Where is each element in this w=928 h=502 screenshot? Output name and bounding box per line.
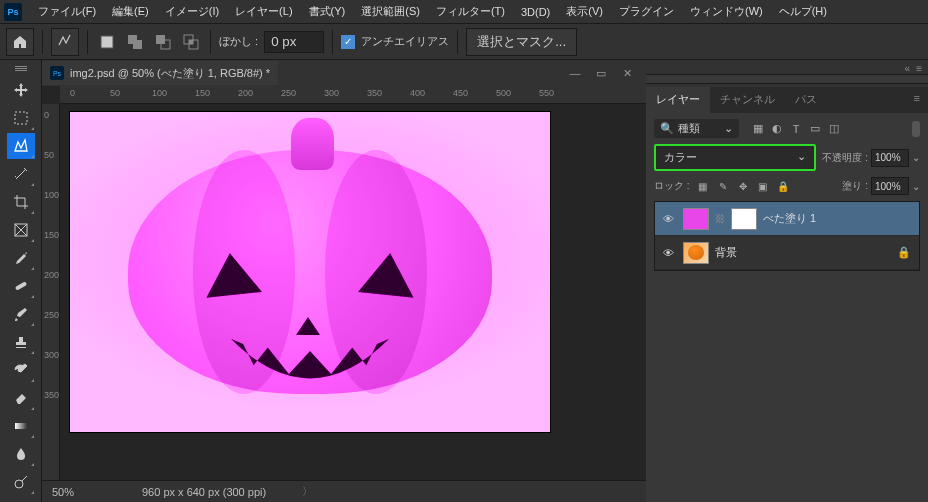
search-icon: 🔍: [660, 122, 674, 135]
panel-top-grip[interactable]: «≡: [646, 60, 928, 74]
layer-row[interactable]: 👁 背景 🔒: [655, 236, 919, 270]
lock-artboard-icon[interactable]: ▣: [755, 178, 771, 194]
status-chevron-icon[interactable]: 〉: [302, 484, 313, 499]
tab-paths[interactable]: パス: [785, 87, 827, 113]
move-icon: [13, 82, 29, 98]
panel-grip[interactable]: [15, 66, 27, 71]
layer-thumbnail[interactable]: [683, 242, 709, 264]
lock-position-icon[interactable]: ✥: [735, 178, 751, 194]
chevron-down-icon[interactable]: ⌄: [912, 181, 920, 192]
tool-preset[interactable]: [51, 28, 79, 56]
home-button[interactable]: [6, 28, 34, 56]
chevron-down-icon[interactable]: ⌄: [912, 152, 920, 163]
layer-thumbnail[interactable]: [683, 208, 709, 230]
poly-lasso-icon: [13, 138, 29, 154]
selection-new-icon: [99, 34, 115, 50]
home-icon: [12, 34, 28, 50]
canvas-viewport[interactable]: [60, 104, 646, 480]
lock-pixels-icon[interactable]: ✎: [715, 178, 731, 194]
mask-thumbnail[interactable]: [731, 208, 757, 230]
dodge-tool[interactable]: [7, 469, 35, 495]
lock-transparent-icon[interactable]: ▦: [695, 178, 711, 194]
menu-filter[interactable]: フィルター(T): [428, 1, 513, 22]
visibility-toggle[interactable]: 👁: [659, 213, 677, 225]
marquee-icon: [13, 110, 29, 126]
menu-plugin[interactable]: プラグイン: [611, 1, 682, 22]
antialias-checkbox[interactable]: ✓: [341, 35, 355, 49]
healing-tool[interactable]: [7, 273, 35, 299]
bandaid-icon: [13, 278, 29, 294]
crop-tool[interactable]: [7, 189, 35, 215]
filter-adjust-icon[interactable]: ◐: [770, 122, 784, 136]
filter-smart-icon[interactable]: ◫: [827, 122, 841, 136]
zoom-level[interactable]: 50%: [52, 486, 112, 498]
move-tool[interactable]: [7, 77, 35, 103]
select-and-mask-button[interactable]: 選択とマスク...: [466, 28, 577, 56]
visibility-toggle[interactable]: 👁: [659, 247, 677, 259]
menu-help[interactable]: ヘルプ(H): [771, 1, 835, 22]
menu-3d[interactable]: 3D(D): [513, 3, 558, 21]
svg-rect-11: [15, 423, 27, 429]
eraser-icon: [13, 390, 29, 406]
window-maximize[interactable]: ▭: [594, 67, 608, 80]
document-tab[interactable]: Ps img2.psd @ 50% (べた塗り 1, RGB/8#) *: [42, 61, 278, 85]
crop-icon: [13, 194, 29, 210]
menu-select[interactable]: 選択範囲(S): [353, 1, 428, 22]
menu-file[interactable]: ファイル(F): [30, 1, 104, 22]
lock-label: ロック :: [654, 179, 690, 193]
lock-indicator-icon: 🔒: [897, 246, 911, 259]
opacity-input[interactable]: [871, 149, 909, 167]
eyedropper-tool[interactable]: [7, 245, 35, 271]
tab-channels[interactable]: チャンネル: [710, 87, 785, 113]
magic-wand-tool[interactable]: [7, 161, 35, 187]
layer-filter-kind[interactable]: 🔍 種類 ⌄: [654, 119, 739, 138]
eraser-tool[interactable]: [7, 385, 35, 411]
svg-rect-8: [15, 112, 27, 124]
blur-tool[interactable]: [7, 441, 35, 467]
stamp-tool[interactable]: [7, 329, 35, 355]
tab-layers[interactable]: レイヤー: [646, 87, 710, 113]
window-minimize[interactable]: —: [568, 67, 582, 80]
link-icon: ⛓: [715, 213, 725, 224]
layer-name[interactable]: べた塗り 1: [763, 211, 915, 226]
frame-tool[interactable]: [7, 217, 35, 243]
layer-row[interactable]: 👁 ⛓ べた塗り 1: [655, 202, 919, 236]
history-brush-icon: [13, 362, 29, 378]
panel-menu-button[interactable]: ≡: [906, 87, 928, 113]
marquee-tool[interactable]: [7, 105, 35, 131]
filter-pixel-icon[interactable]: ▦: [751, 122, 765, 136]
selection-new[interactable]: [96, 31, 118, 53]
filter-toggle[interactable]: [912, 121, 920, 137]
filter-shape-icon[interactable]: ▭: [808, 122, 822, 136]
selection-subtract[interactable]: [152, 31, 174, 53]
menu-view[interactable]: 表示(V): [558, 1, 611, 22]
history-brush-tool[interactable]: [7, 357, 35, 383]
blend-mode-select[interactable]: カラー ⌄: [654, 144, 816, 171]
selection-add-icon: [127, 34, 143, 50]
menu-layer[interactable]: レイヤー(L): [227, 1, 300, 22]
menu-image[interactable]: イメージ(I): [157, 1, 227, 22]
blur-icon: [13, 446, 29, 462]
collapse-bar[interactable]: [646, 74, 928, 84]
fill-input[interactable]: [871, 177, 909, 195]
filter-type-icon[interactable]: T: [789, 122, 803, 136]
menu-type[interactable]: 書式(Y): [301, 1, 354, 22]
lasso-tool[interactable]: [7, 133, 35, 159]
svg-rect-0: [101, 36, 113, 48]
selection-add[interactable]: [124, 31, 146, 53]
selection-intersect[interactable]: [180, 31, 202, 53]
brush-tool[interactable]: [7, 301, 35, 327]
canvas[interactable]: [70, 112, 550, 432]
layer-name[interactable]: 背景: [715, 245, 891, 260]
svg-point-12: [15, 480, 23, 488]
gradient-tool[interactable]: [7, 413, 35, 439]
right-panel: «≡ レイヤー チャンネル パス ≡ 🔍 種類 ⌄ ▦ ◐ T ▭ ◫: [646, 60, 928, 502]
lock-all-icon[interactable]: 🔒: [775, 178, 791, 194]
menu-window[interactable]: ウィンドウ(W): [682, 1, 771, 22]
divider: [332, 30, 333, 54]
menu-edit[interactable]: 編集(E): [104, 1, 157, 22]
divider: [210, 30, 211, 54]
feather-input[interactable]: [264, 31, 324, 53]
selection-subtract-icon: [155, 34, 171, 50]
window-close[interactable]: ✕: [620, 67, 634, 80]
